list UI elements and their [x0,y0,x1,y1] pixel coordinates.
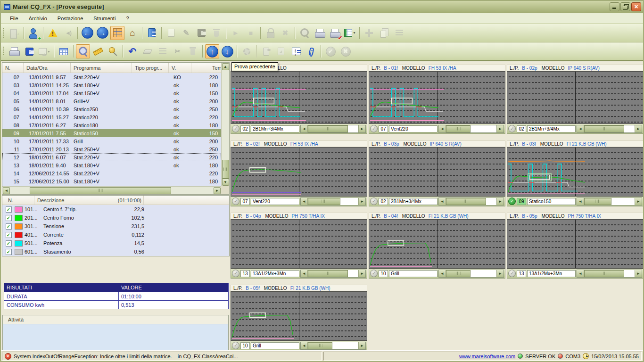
panel-scrollbar[interactable]: ◄► [300,125,366,133]
vertical-scroll-thumb[interactable] [222,160,229,179]
menu-item-file[interactable]: File [5,15,24,22]
numbered-list-button[interactable] [289,44,303,58]
series-checkbox[interactable]: ✓ [6,249,12,255]
panel-scroll-thumb[interactable] [308,125,348,132]
tests-col-header-2[interactable]: Programma [71,63,132,73]
panel-scroll-thumb[interactable] [446,125,471,132]
test-row-09[interactable]: 0917/01/2011 7.55Statico150ok150 [2,129,221,137]
export-excel-button[interactable]: ▾ [343,26,357,40]
test-row-07[interactable]: 0714/01/2011 15.27Statico220ok220 [2,113,221,121]
test-row-13[interactable]: 1318/01/2011 9.40Stat.180+Vok180 [2,161,221,169]
panel-scroll-left-icon[interactable]: ◄ [439,125,446,132]
grid-view-button[interactable] [110,26,124,40]
save-button[interactable] [22,44,36,58]
test-row-04[interactable]: 0413/01/2011 17.04Stat.150+Vok150 [2,89,221,97]
panel-scrollbar[interactable]: ◄► [438,125,504,133]
horizontal-scroll-thumb[interactable] [30,187,171,194]
panel-scroll-thumb[interactable] [584,270,624,277]
tests-horizontal-scrollbar[interactable]: ◄ ► [2,186,221,194]
back-button[interactable]: ← [80,26,94,40]
series-checkbox[interactable]: ✓ [6,215,12,221]
series-checkbox[interactable]: ✓ [6,206,12,213]
panel-scroll-right-icon[interactable]: ► [358,342,365,349]
menu-item-postazione[interactable]: Postazione [52,15,88,22]
print-check-button[interactable]: ✔ [328,26,342,40]
panel-scroll-left-icon[interactable]: ◄ [577,125,584,132]
panel-scroll-left-icon[interactable]: ◄ [301,125,308,132]
test-row-10[interactable]: 1017/01/2011 17.33Grillok200 [2,137,221,145]
panel-scrollbar[interactable]: ◄► [577,197,642,206]
tests-col-header-1[interactable]: Data/Ora [24,63,71,73]
scroll-right-icon[interactable]: ► [214,187,221,194]
panel-scroll-thumb[interactable] [308,198,340,205]
test-row-14[interactable]: 1412/06/2012 14.55Stat.220+V220 [2,169,221,177]
panel-scroll-right-icon[interactable]: ► [496,198,504,205]
next-test-button[interactable]: ↓ [220,44,234,58]
home-button[interactable]: ⌂ [125,26,140,40]
print-button[interactable] [313,26,327,40]
archive-cabinet-button[interactable] [145,26,159,40]
panel-scroll-left-icon[interactable]: ◄ [577,270,584,277]
panel-scroll-left-icon[interactable]: ◄ [301,198,308,205]
panel-scroll-left-icon[interactable]: ◄ [301,270,308,277]
test-row-02[interactable]: 0213/01/2011 9.57Stat.220+VKO220 [2,73,221,81]
test-row-15[interactable]: 1512/06/2012 15.00Stat.180+V180 [2,177,221,185]
panel-scroll-thumb[interactable] [308,342,332,349]
panel-scroll-thumb[interactable] [446,270,471,277]
panel-scroll-left-icon[interactable]: ◄ [439,270,446,277]
panel-scroll-right-icon[interactable]: ► [358,125,365,132]
panel-scroll-thumb[interactable] [584,198,611,205]
panel-scrollbar[interactable]: ◄► [300,270,366,278]
panel-scroll-right-icon[interactable]: ► [635,198,642,205]
measure-ruler-button[interactable] [91,44,105,58]
data-table-button[interactable] [57,44,71,58]
panel-scrollbar[interactable]: ◄► [438,197,504,206]
print-button[interactable] [7,44,21,58]
series-checkbox[interactable]: ✓ [6,240,12,247]
panel-scrollbar[interactable]: ◄► [300,197,366,206]
previous-test-button[interactable]: ↑ [205,44,219,58]
restore-button[interactable] [620,2,630,11]
tests-col-header-4[interactable]: V. [169,63,191,73]
warning-button[interactable] [46,26,60,40]
add-user-button[interactable]: + [26,26,41,40]
website-link[interactable]: www.marelsoftware.com [459,354,515,359]
scroll-up-icon[interactable]: ▲ [222,63,229,70]
scroll-left-icon[interactable]: ◄ [3,187,10,194]
panel-scroll-right-icon[interactable]: ► [635,125,642,132]
forward-button[interactable]: → [95,26,109,40]
test-row-12[interactable]: 1218/01/2011 6.07Stat.220+Vok220 [2,153,221,161]
zoom-button[interactable] [76,44,90,58]
undo-button[interactable]: ↶ [125,44,140,58]
scroll-down-icon[interactable]: ▼ [222,179,229,186]
menu-item-strumenti[interactable]: Strumenti [88,15,121,22]
panel-scroll-thumb[interactable] [308,270,348,277]
series-checkbox[interactable]: ✓ [6,223,12,230]
panel-scrollbar[interactable]: ◄► [438,270,504,278]
attachment-button[interactable] [304,44,318,58]
image-dropdown-icon[interactable]: ▾ [48,49,50,54]
panel-scroll-left-icon[interactable]: ◄ [439,198,446,205]
panel-scroll-right-icon[interactable]: ► [496,270,504,277]
panel-scroll-right-icon[interactable]: ► [635,270,642,277]
panel-scrollbar[interactable]: ◄► [577,270,642,278]
tests-col-header-0[interactable]: N. [2,63,24,73]
panel-scroll-thumb[interactable] [446,198,486,205]
menu-item-archivio[interactable]: Archivio [24,15,52,22]
panel-scroll-right-icon[interactable]: ► [358,198,365,205]
pin-button[interactable] [106,44,120,58]
menu-item-?[interactable]: ? [121,15,134,22]
close-button[interactable] [631,2,641,11]
export-excel-dropdown-icon[interactable]: ▾ [353,31,355,35]
tests-vertical-scrollbar[interactable]: ▲ ▼ [221,63,229,186]
test-row-11[interactable]: 1117/01/2011 20.13Stat.250+Vok250 [2,145,221,153]
series-checkbox[interactable]: ✓ [6,232,12,238]
panel-scroll-left-icon[interactable]: ◄ [577,198,584,205]
panel-scroll-thumb[interactable] [584,125,624,132]
tests-col-header-3[interactable]: Tipo progr... [132,63,169,73]
panel-scroll-left-icon[interactable]: ◄ [301,342,308,349]
test-row-06[interactable]: 0614/01/2011 10.39Statico250ok250 [2,105,221,113]
panel-scroll-right-icon[interactable]: ► [358,270,365,277]
panel-scroll-right-icon[interactable]: ► [496,125,504,132]
test-row-03[interactable]: 0313/01/2011 14.25Stat.180+Vok180 [2,81,221,89]
